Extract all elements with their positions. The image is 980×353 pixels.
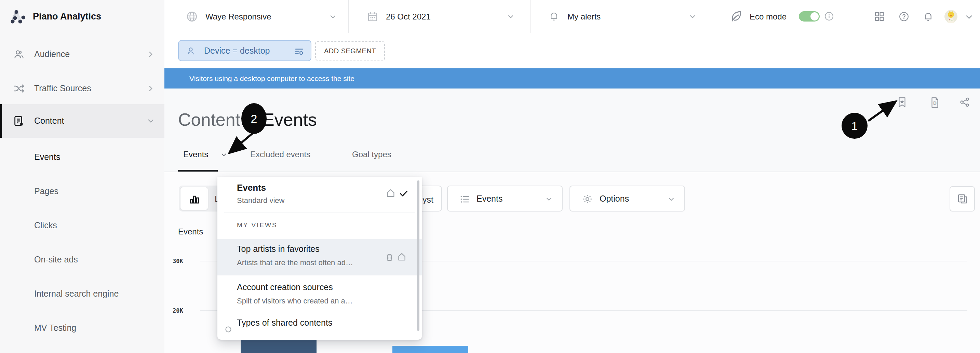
calendar-icon	[367, 11, 379, 22]
sidebar-item-events[interactable]: Events	[34, 152, 60, 162]
analyst-label-fragment: yst	[423, 195, 433, 205]
view-title: Account creation sources	[237, 282, 333, 292]
chevron-right-icon	[146, 50, 155, 59]
tab-label: Events	[183, 149, 208, 159]
view-title: Types of shared contents	[237, 318, 332, 328]
sidebar-item-traffic-sources[interactable]: Traffic Sources	[0, 79, 164, 98]
tabs-bottom-border	[164, 172, 980, 172]
avatar[interactable]	[944, 10, 958, 23]
bell-icon	[548, 11, 560, 22]
alerts-selector-label: My alerts	[568, 0, 601, 33]
info-icon[interactable]	[824, 11, 834, 21]
chevron-down-icon	[329, 13, 337, 21]
home-icon[interactable]	[386, 188, 396, 198]
notifications-bell-icon[interactable]	[923, 11, 934, 22]
divider	[718, 0, 718, 33]
sidebar-item-label: Traffic Sources	[34, 83, 91, 93]
sidebar: Piano Analytics Audience Traff	[0, 0, 164, 353]
home-icon[interactable]	[397, 252, 407, 262]
help-icon[interactable]	[899, 11, 909, 22]
date-selector-label: 26 Oct 2021	[386, 0, 431, 33]
segment-chip-device-desktop[interactable]: Device = desktop	[178, 40, 312, 61]
tab-goal-types[interactable]: Goal types	[352, 149, 391, 159]
segment-chip-label: Device = desktop	[204, 41, 270, 60]
alerts-selector[interactable]: My alerts	[546, 0, 706, 33]
my-views-section-label: MY VIEWS	[237, 221, 278, 229]
annotation-arrow-1	[864, 98, 902, 125]
chart-bar[interactable]	[392, 346, 468, 353]
annotation-arrow-2	[224, 130, 258, 158]
add-segment-label: ADD SEGMENT	[316, 42, 384, 60]
segment-description-text: Visitors using a desktop computer to acc…	[189, 68, 355, 89]
piano-logo-icon	[10, 9, 25, 25]
y-axis-tick: 20K	[173, 307, 196, 314]
breadcrumb-section: Content	[178, 109, 240, 130]
bar-chart-icon	[189, 193, 200, 205]
sidebar-item-audience[interactable]: Audience	[0, 45, 164, 64]
export-document-icon[interactable]: D	[930, 97, 940, 108]
toggle-knob	[810, 12, 819, 21]
brand-name: Piano Analytics	[33, 0, 101, 33]
site-selector-label: Waye Responsive	[205, 0, 271, 33]
views-dropdown-panel: Events Standard view MY VIEWS Top artist…	[217, 177, 422, 340]
annotation-number: 2	[251, 112, 258, 125]
sidebar-item-content[interactable]: Content	[0, 104, 164, 138]
leaf-icon	[729, 9, 743, 24]
piano-analytics-app: Piano Analytics Audience Traff	[0, 0, 980, 353]
panel-scrollbar[interactable]	[417, 180, 419, 331]
sidebar-item-mv-testing[interactable]: MV Testing	[34, 323, 76, 333]
person-icon	[186, 46, 196, 56]
tab-excluded-events[interactable]: Excluded events	[250, 149, 310, 159]
segment-settings-icon[interactable]	[294, 46, 305, 56]
chevron-down-icon	[146, 116, 155, 126]
options-dropdown-label: Options	[600, 186, 629, 211]
tab-events[interactable]: Events	[183, 149, 228, 165]
chevron-down-icon	[689, 13, 697, 21]
eco-mode-label: Eco mode	[749, 0, 786, 33]
globe-icon	[186, 11, 198, 22]
sidebar-item-internal-search[interactable]: Internal search engine	[34, 289, 119, 299]
divider	[224, 213, 415, 213]
eco-mode-toggle[interactable]	[799, 11, 820, 22]
chevron-down-icon	[507, 13, 515, 21]
apps-grid-icon[interactable]	[874, 11, 885, 22]
copy-icon	[956, 193, 969, 205]
trash-icon[interactable]	[385, 252, 394, 262]
copy-report-button[interactable]	[950, 186, 975, 211]
active-indicator	[0, 104, 2, 138]
bullet-circle-icon	[225, 326, 232, 333]
sidebar-item-clicks[interactable]: Clicks	[34, 220, 57, 230]
content-icon	[13, 115, 25, 127]
add-segment-button[interactable]: ADD SEGMENT	[315, 41, 385, 60]
sidebar-item-label: Content	[34, 116, 64, 126]
view-row-top-artists[interactable]: Top artists in favorites Artists that ar…	[217, 239, 422, 275]
view-menu-current[interactable]: Events Standard view	[217, 177, 422, 213]
date-selector[interactable]: 26 Oct 2021	[365, 0, 522, 33]
sidebar-item-pages[interactable]: Pages	[34, 186, 59, 196]
view-subtitle: Artists that are the most often ad…	[237, 258, 353, 267]
chevron-down-icon	[545, 195, 553, 204]
dimension-dropdown-label: Events	[477, 186, 503, 211]
chevron-down-icon	[667, 195, 675, 204]
current-view-title: Events	[237, 183, 266, 193]
segment-description-banner: Visitors using a desktop computer to acc…	[164, 68, 980, 89]
dimension-dropdown[interactable]: Events	[447, 186, 563, 211]
chevron-right-icon	[146, 84, 155, 93]
chart-title: Events	[178, 227, 203, 237]
current-view-subtitle: Standard view	[237, 196, 285, 205]
account-chevron-icon[interactable]	[964, 12, 974, 22]
options-dropdown[interactable]: Options	[570, 186, 685, 211]
sidebar-item-onsite-ads[interactable]: On-site ads	[34, 254, 78, 264]
gear-icon	[582, 193, 593, 205]
chart-view-button[interactable]	[180, 187, 208, 210]
annotation-marker-1: 1	[842, 113, 867, 139]
audience-icon	[13, 49, 25, 60]
share-icon[interactable]	[959, 97, 970, 108]
view-row-account-creation[interactable]: Account creation sources Split of visito…	[217, 275, 422, 312]
sidebar-item-label: Audience	[34, 49, 70, 59]
check-icon	[399, 188, 409, 199]
view-row-shared-contents[interactable]: Types of shared contents	[217, 312, 422, 340]
traffic-sources-icon	[13, 83, 25, 94]
site-selector[interactable]: Waye Responsive	[183, 0, 344, 33]
svg-text:D: D	[933, 100, 937, 106]
